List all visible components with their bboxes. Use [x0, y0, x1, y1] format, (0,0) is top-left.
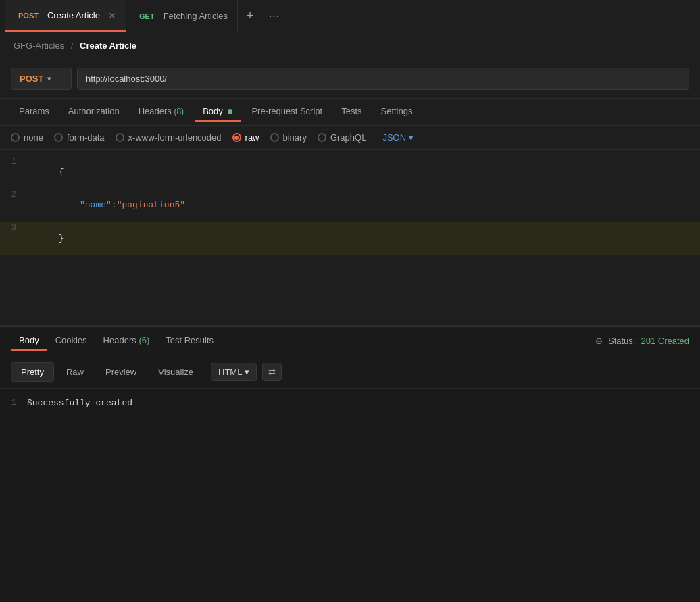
- resp-content: Successfully created: [27, 398, 700, 408]
- code-line-1: 1 {: [0, 155, 700, 189]
- line-number: 1: [0, 398, 27, 407]
- response-status: ⊕ Status: 201 Created: [595, 336, 689, 346]
- wrap-icon[interactable]: ⇄: [262, 363, 282, 381]
- globe-icon: ⊕: [595, 336, 603, 346]
- tab-label-post: Create Article: [47, 10, 100, 20]
- tab-settings[interactable]: Settings: [373, 102, 421, 122]
- opt-urlencoded[interactable]: x-www-form-urlencoded: [116, 132, 222, 143]
- new-tab-button[interactable]: +: [238, 0, 262, 32]
- response-body: 1 Successfully created: [0, 389, 700, 420]
- tab-headers[interactable]: Headers (8): [130, 102, 192, 122]
- breadcrumb-sep: /: [71, 41, 74, 51]
- tab-post-create[interactable]: POST Create Article ✕: [5, 0, 126, 32]
- more-tabs-button[interactable]: ···: [262, 0, 286, 32]
- radio-urlencoded: [116, 133, 124, 142]
- radio-binary: [270, 133, 279, 142]
- response-tabs: Body Cookies Headers (6) Test Results ⊕ …: [0, 326, 700, 355]
- code-editor[interactable]: 1 { 2 "name":"pagination5" 3 }: [0, 150, 700, 326]
- resp-tab-cookies[interactable]: Cookies: [47, 331, 95, 351]
- chevron-down-icon: ▾: [47, 75, 51, 82]
- radio-graphql: [318, 133, 326, 142]
- tab-method-post: POST: [15, 10, 42, 21]
- opt-graphql[interactable]: GraphQL: [318, 132, 366, 143]
- radio-form-data: [54, 133, 63, 142]
- opt-form-data[interactable]: form-data: [54, 132, 105, 143]
- resp-tab-body[interactable]: Body: [11, 331, 47, 351]
- chevron-down-icon: ▾: [409, 132, 414, 143]
- line-content: {: [27, 157, 700, 187]
- resp-tab-test-results[interactable]: Test Results: [157, 331, 222, 351]
- tab-get-fetch[interactable]: GET Fetching Articles: [126, 0, 238, 32]
- line-content: "name":"pagination5": [27, 190, 700, 220]
- line-number: 2: [0, 190, 27, 199]
- line-number: 3: [0, 223, 27, 232]
- resp-line-1: 1 Successfully created: [0, 397, 700, 412]
- method-label: POST: [20, 74, 43, 84]
- fmt-tab-visualize[interactable]: Visualize: [149, 363, 203, 381]
- code-line-3: 3 }: [0, 222, 700, 255]
- line-number: 1: [0, 157, 27, 166]
- tab-body[interactable]: Body: [195, 102, 241, 122]
- tab-authorization[interactable]: Authorization: [60, 102, 128, 122]
- radio-raw: [232, 133, 241, 142]
- response-format-bar: Pretty Raw Preview Visualize HTML ▾ ⇄: [0, 355, 700, 389]
- opt-binary[interactable]: binary: [270, 132, 307, 143]
- opt-none[interactable]: none: [11, 132, 43, 143]
- line-content: }: [27, 223, 700, 253]
- code-line-2: 2 "name":"pagination5": [0, 189, 700, 222]
- breadcrumb: GFG-Articles / Create Article: [0, 32, 700, 59]
- fmt-tab-pretty[interactable]: Pretty: [11, 362, 54, 382]
- request-tabs: Params Authorization Headers (8) Body Pr…: [0, 99, 700, 126]
- breadcrumb-parent[interactable]: GFG-Articles: [14, 41, 64, 51]
- json-format-select[interactable]: JSON ▾: [382, 132, 414, 143]
- status-label: Status:: [608, 336, 635, 346]
- tab-tests[interactable]: Tests: [333, 102, 370, 122]
- opt-raw[interactable]: raw: [232, 132, 259, 143]
- url-input[interactable]: [77, 68, 689, 90]
- body-options: none form-data x-www-form-urlencoded raw…: [0, 126, 700, 150]
- resp-headers-badge: (6): [139, 335, 149, 345]
- body-dot: [228, 109, 232, 114]
- tab-method-get: GET: [136, 11, 158, 22]
- method-select[interactable]: POST ▾: [11, 68, 72, 90]
- status-value: 201 Created: [641, 336, 689, 346]
- tab-pre-request[interactable]: Pre-request Script: [243, 102, 330, 122]
- radio-none: [11, 133, 20, 142]
- fmt-tab-raw[interactable]: Raw: [57, 363, 93, 381]
- close-icon[interactable]: ✕: [108, 10, 116, 21]
- url-bar: POST ▾: [0, 59, 700, 99]
- headers-badge: (8): [174, 107, 184, 116]
- tab-label-get: Fetching Articles: [164, 11, 228, 21]
- tab-params[interactable]: Params: [11, 102, 57, 122]
- resp-tab-headers[interactable]: Headers (6): [95, 331, 158, 351]
- tab-bar: POST Create Article ✕ GET Fetching Artic…: [0, 0, 700, 32]
- chevron-down-icon: ▾: [245, 367, 249, 377]
- html-format-select[interactable]: HTML ▾: [211, 363, 257, 381]
- breadcrumb-current: Create Article: [80, 41, 136, 51]
- fmt-tab-preview[interactable]: Preview: [96, 363, 146, 381]
